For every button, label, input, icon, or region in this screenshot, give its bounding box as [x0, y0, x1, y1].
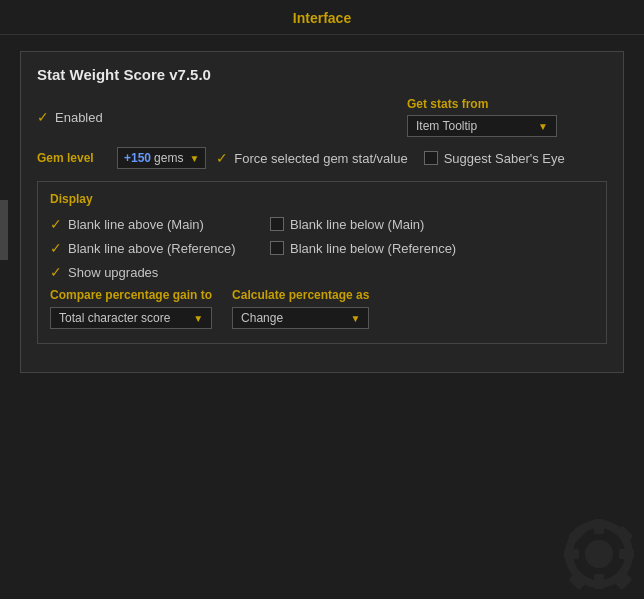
- enabled-checkmark: ✓: [37, 109, 49, 125]
- checkbox-row-2: ✓ Blank line above (Reference) Blank lin…: [50, 240, 594, 256]
- get-stats-from-arrow: ▼: [538, 121, 548, 132]
- blank-line-below-main-checkbox[interactable]: Blank line below (Main): [270, 217, 490, 232]
- blank-line-below-main-label: Blank line below (Main): [290, 217, 424, 232]
- page-background: Interface Stat Weight Score v7.5.0 ✓ Ena…: [0, 0, 644, 599]
- gem-level-dropdown[interactable]: +150 gems ▼: [117, 147, 206, 169]
- checkbox-row-3: ✓ Show upgrades: [50, 264, 594, 280]
- blank-line-above-main-checkbox[interactable]: ✓ Blank line above (Main): [50, 216, 270, 232]
- blank-line-above-ref-label: Blank line above (Reference): [68, 241, 236, 256]
- show-upgrades-checkbox[interactable]: ✓ Show upgrades: [50, 264, 270, 280]
- svg-rect-4: [564, 549, 579, 559]
- blank-line-above-ref-checkbox[interactable]: ✓ Blank line above (Reference): [50, 240, 270, 256]
- suggest-sabers-eye-box: [424, 151, 438, 165]
- get-stats-from-value: Item Tooltip: [416, 119, 477, 133]
- get-stats-from-dropdown[interactable]: Item Tooltip ▼: [407, 115, 557, 137]
- left-scrollbar[interactable]: [0, 200, 8, 260]
- get-stats-right-section: Get stats from Item Tooltip ▼: [407, 97, 607, 137]
- blank-line-below-ref-label: Blank line below (Reference): [290, 241, 456, 256]
- decorative-gear: [524, 479, 644, 599]
- enabled-left: ✓ Enabled: [37, 109, 407, 125]
- blank-line-above-ref-checkmark: ✓: [50, 240, 62, 256]
- calculate-arrow: ▼: [351, 313, 361, 324]
- blank-line-above-main-label: Blank line above (Main): [68, 217, 204, 232]
- svg-rect-3: [594, 574, 604, 589]
- gem-level-row: Gem level +150 gems ▼ ✓ Force selected g…: [37, 147, 607, 169]
- svg-point-1: [585, 540, 613, 568]
- display-section: Display ✓ Blank line above (Main) Blank …: [37, 181, 607, 344]
- blank-line-below-main-box: [270, 217, 284, 231]
- calculate-label: Calculate percentage as: [232, 288, 369, 302]
- suggest-sabers-eye-label: Suggest Saber's Eye: [444, 151, 565, 166]
- compare-value: Total character score: [59, 311, 170, 325]
- compare-arrow: ▼: [193, 313, 203, 324]
- checkbox-row-1: ✓ Blank line above (Main) Blank line bel…: [50, 216, 594, 232]
- blank-line-below-ref-box: [270, 241, 284, 255]
- calculate-value: Change: [241, 311, 283, 325]
- svg-rect-5: [619, 549, 634, 559]
- display-title: Display: [50, 192, 594, 206]
- gem-level-arrow: ▼: [189, 153, 199, 164]
- gem-level-value: +150: [124, 151, 151, 165]
- show-upgrades-label: Show upgrades: [68, 265, 158, 280]
- show-upgrades-checkmark: ✓: [50, 264, 62, 280]
- compare-label: Compare percentage gain to: [50, 288, 212, 302]
- enabled-label: Enabled: [55, 110, 103, 125]
- main-panel: Stat Weight Score v7.5.0 ✓ Enabled Get s…: [20, 51, 624, 373]
- force-gem-checkbox[interactable]: ✓ Force selected gem stat/value: [216, 150, 407, 166]
- force-gem-label: Force selected gem stat/value: [234, 151, 407, 166]
- compare-col: Compare percentage gain to Total charact…: [50, 288, 212, 329]
- top-header: Interface: [0, 0, 644, 35]
- header-title: Interface: [293, 10, 351, 26]
- compare-dropdown[interactable]: Total character score ▼: [50, 307, 212, 329]
- blank-line-above-main-checkmark: ✓: [50, 216, 62, 232]
- gem-level-label: Gem level: [37, 151, 117, 165]
- calculate-col: Calculate percentage as Change ▼: [232, 288, 369, 329]
- get-stats-from-label: Get stats from: [407, 97, 497, 111]
- force-gem-checkmark: ✓: [216, 150, 228, 166]
- compare-row: Compare percentage gain to Total charact…: [50, 288, 594, 329]
- svg-rect-2: [594, 519, 604, 534]
- suggest-sabers-eye-checkbox[interactable]: Suggest Saber's Eye: [424, 151, 565, 166]
- gem-level-suffix: gems: [154, 151, 183, 165]
- calculate-dropdown[interactable]: Change ▼: [232, 307, 369, 329]
- panel-title: Stat Weight Score v7.5.0: [37, 66, 607, 83]
- blank-line-below-ref-checkbox[interactable]: Blank line below (Reference): [270, 241, 490, 256]
- enabled-get-stats-row: ✓ Enabled Get stats from Item Tooltip ▼: [37, 97, 607, 137]
